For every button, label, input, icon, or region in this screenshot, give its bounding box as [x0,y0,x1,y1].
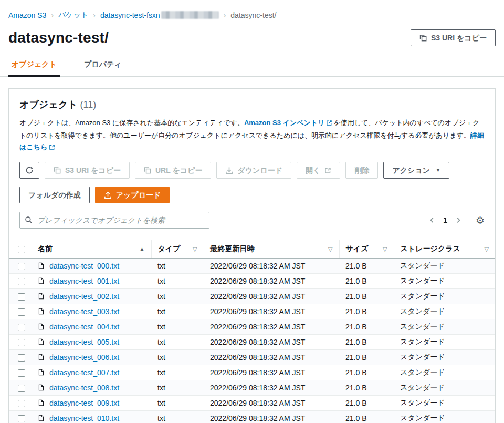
column-header-type[interactable]: タイプ▽ [151,240,204,258]
gear-icon[interactable]: ⚙ [476,215,485,225]
copy-icon [144,167,151,174]
object-name-link[interactable]: datasync-test_007.txt [49,368,119,377]
chevron-right-icon: › [51,12,54,19]
column-label: サイズ [346,244,369,254]
file-icon [38,368,45,376]
tab-properties-label: プロパティ [84,60,122,68]
object-storage-class: スタンダード [394,380,495,395]
search-input[interactable] [19,212,209,229]
copy-url-label: URL をコピー [155,167,202,174]
download-icon [225,167,233,174]
breadcrumb-link-buckets[interactable]: バケット [58,11,88,20]
sort-icon: ▽ [193,246,197,252]
column-header-size[interactable]: サイズ▽ [339,240,394,258]
object-size: 21.0 B [339,334,394,349]
object-name-link[interactable]: datasync-test_001.txt [49,277,119,285]
row-checkbox[interactable] [18,415,25,422]
table-row: datasync-test_002.txt txt 2022/06/29 08:… [9,288,495,304]
sort-ascending-icon: ▲ [140,246,145,252]
pagination-page[interactable]: 1 [439,216,452,224]
tab-objects[interactable]: オブジェクト [8,59,60,76]
row-checkbox[interactable] [18,369,25,377]
column-label: 名前 [38,244,52,254]
object-name-link[interactable]: datasync-test_000.txt [49,262,119,270]
open-label: 開く [306,167,320,174]
refresh-button[interactable] [19,162,39,179]
search-box [19,212,209,229]
copy-url-button[interactable]: URL をコピー [135,162,211,179]
breadcrumb-link-bucket[interactable]: datasync-test-fsxn [100,11,219,19]
object-count: (11) [80,99,97,110]
object-modified: 2022/06/29 08:18:32 AM JST [204,304,339,319]
copy-s3-uri-button[interactable]: S3 URI をコピー [411,29,496,46]
actions-dropdown-button[interactable]: アクション ▼ [383,162,449,179]
row-checkbox[interactable] [18,324,25,331]
object-name-link[interactable]: datasync-test_010.txt [49,414,119,422]
row-checkbox[interactable] [18,293,25,301]
panel-title: オブジェクト (11) [19,98,485,111]
row-checkbox[interactable] [18,400,25,407]
next-page-icon[interactable] [452,216,465,224]
column-header-name[interactable]: 名前▲ [32,240,151,258]
object-name-link[interactable]: datasync-test_009.txt [49,399,119,407]
object-size: 21.0 B [339,304,394,319]
row-checkbox[interactable] [18,385,25,392]
object-storage-class: スタンダード [394,273,495,288]
object-modified: 2022/06/29 08:18:32 AM JST [204,395,339,410]
file-icon [38,292,45,300]
copy-s3-uri-label: S3 URI をコピー [431,34,487,42]
redacted-blur [161,11,219,19]
object-storage-class: スタンダード [394,288,495,304]
chevron-down-icon: ▼ [436,168,440,173]
create-folder-button[interactable]: フォルダの作成 [19,187,90,203]
row-checkbox[interactable] [18,339,25,346]
upload-button[interactable]: アップロード [95,187,170,203]
object-name-link[interactable]: datasync-test_003.txt [49,307,119,316]
upload-label: アップロード [116,191,161,199]
column-header-modified[interactable]: 最終更新日時▽ [204,240,339,258]
open-button[interactable]: 開く [297,162,340,179]
delete-button[interactable]: 削除 [345,162,378,179]
object-storage-class: スタンダード [394,258,495,273]
tab-properties[interactable]: プロパティ [81,59,125,76]
column-header-storage-class[interactable]: ストレージクラス▽ [394,240,495,258]
panel-description: オブジェクトは、Amazon S3 に保存された基本的なエンティティです。Ama… [19,117,485,154]
object-modified: 2022/06/29 08:18:32 AM JST [204,349,339,365]
column-label: 最終更新日時 [211,244,255,254]
object-size: 21.0 B [339,365,394,380]
bucket-name-text: datasync-test-fsxn [100,11,160,19]
object-name-link[interactable]: datasync-test_004.txt [49,323,119,331]
breadcrumb: Amazon S3 › バケット › datasync-test-fsxn › … [0,0,504,20]
inventory-link[interactable]: Amazon S3 インベントリ [244,119,334,127]
object-type: txt [151,334,204,349]
objects-panel: オブジェクト (11) オブジェクトは、Amazon S3 に保存された基本的な… [8,88,496,423]
copy-s3-uri-toolbar-button[interactable]: S3 URI をコピー [45,162,130,179]
search-icon [25,216,33,225]
download-button[interactable]: ダウンロード [216,162,291,179]
file-icon [38,338,45,346]
object-storage-class: スタンダード [394,365,495,380]
file-icon [38,262,45,270]
file-icon [38,384,45,391]
row-checkbox[interactable] [18,308,25,316]
object-name-link[interactable]: datasync-test_008.txt [49,384,119,392]
object-name-link[interactable]: datasync-test_002.txt [49,292,119,301]
object-name-link[interactable]: datasync-test_005.txt [49,338,119,346]
table-row: datasync-test_008.txt txt 2022/06/29 08:… [9,380,495,395]
object-storage-class: スタンダード [394,334,495,349]
row-checkbox[interactable] [18,278,25,285]
copy-icon [419,34,427,42]
object-toolbar: S3 URI をコピー URL をコピー ダウンロード 開く 削除 アクション … [19,162,485,179]
object-modified: 2022/06/29 08:18:32 AM JST [204,380,339,395]
page-title: datasync-test/ [8,29,109,46]
row-checkbox[interactable] [18,263,25,270]
row-checkbox[interactable] [18,354,25,362]
breadcrumb-link-amazon-s3[interactable]: Amazon S3 [8,11,46,19]
search-row: 1 ⚙ [19,212,485,231]
object-name-link[interactable]: datasync-test_006.txt [49,353,119,362]
sort-icon: ▽ [383,246,387,252]
external-link-icon [326,118,332,130]
object-size: 21.0 B [339,273,394,288]
previous-page-icon[interactable] [425,216,439,224]
select-all-checkbox[interactable] [18,246,25,253]
